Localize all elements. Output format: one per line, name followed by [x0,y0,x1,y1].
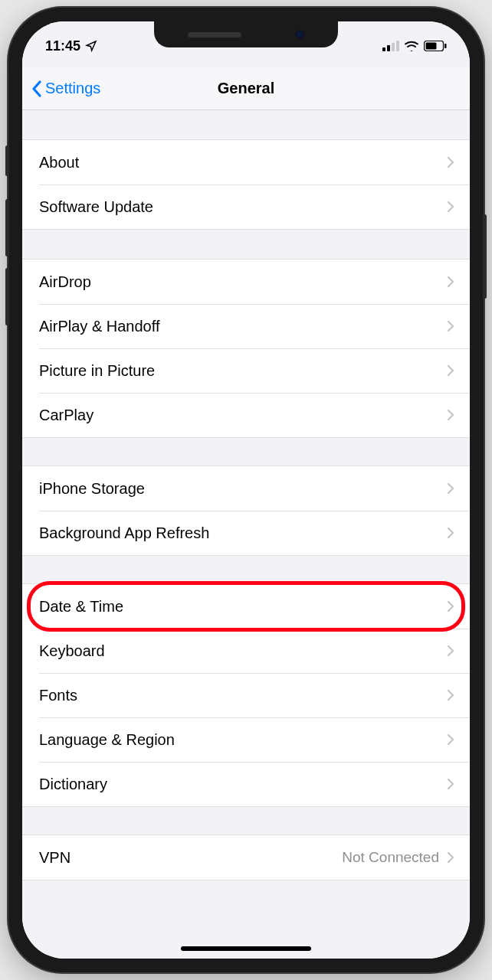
group-spacer [22,438,470,466]
chevron-right-icon [447,364,454,377]
chevron-right-icon [447,320,454,332]
battery-icon [424,41,447,51]
settings-list[interactable]: AboutSoftware UpdateAirDropAirPlay & Han… [22,110,470,880]
row-carplay[interactable]: CarPlay [22,393,470,437]
row-label: Language & Region [39,731,447,749]
svg-rect-2 [392,43,395,51]
svg-rect-5 [426,43,437,50]
row-label: iPhone Storage [39,480,447,498]
back-button[interactable]: Settings [31,80,100,97]
svg-rect-6 [444,44,447,48]
row-language-region[interactable]: Language & Region [22,717,470,762]
row-vpn[interactable]: VPNNot Connected [22,835,470,880]
row-airplay-handoff[interactable]: AirPlay & Handoff [22,304,470,348]
chevron-right-icon [447,600,454,612]
row-iphone-storage[interactable]: iPhone Storage [22,466,470,511]
svg-rect-1 [387,45,390,51]
screen: 11:45 [22,21,470,959]
mute-switch [5,145,9,176]
chevron-right-icon [447,527,454,539]
front-camera [295,30,304,39]
chevron-right-icon [447,276,454,288]
status-time: 11:45 [45,38,80,54]
row-label: Fonts [39,687,447,704]
row-label: CarPlay [39,407,447,424]
chevron-right-icon [447,689,454,701]
row-label: Keyboard [39,642,447,660]
notch [154,21,338,47]
chevron-right-icon [447,778,454,790]
settings-group: AboutSoftware Update [22,139,470,230]
row-label: Software Update [39,198,447,216]
chevron-right-icon [447,851,454,864]
row-value: Not Connected [342,849,439,866]
chevron-right-icon [447,733,454,746]
svg-rect-0 [382,47,385,51]
row-label: Background App Refresh [39,524,447,542]
settings-group: iPhone StorageBackground App Refresh [22,466,470,556]
location-arrow-icon [85,40,97,52]
row-label: Dictionary [39,776,447,793]
row-airdrop[interactable]: AirDrop [22,260,470,304]
home-indicator[interactable] [181,946,311,951]
chevron-right-icon [447,201,454,213]
row-date-time[interactable]: Date & Time [22,584,470,629]
group-spacer [22,230,470,259]
speaker [188,32,241,38]
row-label: Picture in Picture [39,362,447,380]
chevron-right-icon [447,409,454,421]
volume-down-button [5,268,9,325]
chevron-right-icon [447,156,454,168]
chevron-left-icon [31,80,42,97]
row-label: About [39,154,447,172]
volume-up-button [5,199,9,256]
chevron-right-icon [447,482,454,495]
content: Settings General AboutSoftware UpdateAir… [22,21,470,959]
settings-group: AirDropAirPlay & HandoffPicture in Pictu… [22,259,470,438]
row-label: Date & Time [39,598,447,616]
chevron-right-icon [447,645,454,657]
phone-frame: 11:45 [8,8,484,972]
cellular-signal-icon [382,41,399,51]
row-picture-in-picture[interactable]: Picture in Picture [22,348,470,393]
back-label: Settings [45,80,100,97]
row-label: VPN [39,849,342,867]
wifi-icon [404,41,419,51]
power-button [483,214,487,299]
row-background-app-refresh[interactable]: Background App Refresh [22,511,470,555]
svg-rect-3 [396,41,399,51]
row-label: AirPlay & Handoff [39,318,447,335]
row-label: AirDrop [39,273,447,291]
row-dictionary[interactable]: Dictionary [22,762,470,806]
row-about[interactable]: About [22,140,470,185]
row-software-update[interactable]: Software Update [22,185,470,229]
group-spacer [22,556,470,583]
group-spacer [22,110,470,139]
group-spacer [22,807,470,835]
settings-group: VPNNot Connected [22,835,470,880]
row-keyboard[interactable]: Keyboard [22,629,470,673]
settings-group: Date & TimeKeyboardFontsLanguage & Regio… [22,583,470,807]
nav-bar: Settings General [22,67,470,110]
row-fonts[interactable]: Fonts [22,673,470,717]
